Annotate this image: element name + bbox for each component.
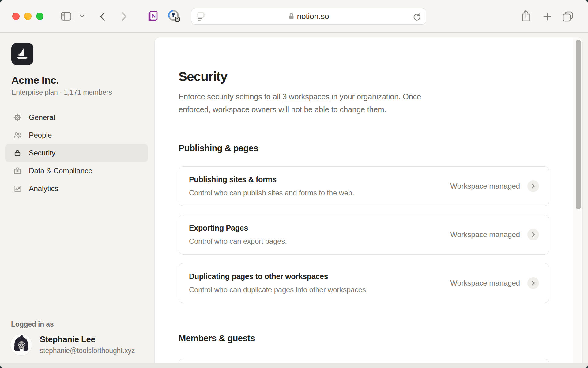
safari-window: N notion.so [0, 0, 588, 368]
notion-extension-button[interactable]: N [147, 10, 159, 23]
svg-text:N: N [152, 13, 156, 19]
settings-sidebar: Acme Inc. Enterprise plan · 1,171 member… [0, 33, 155, 363]
avatar-illustration [10, 334, 32, 355]
sidebar-item-label: Security [29, 149, 55, 157]
setting-card-duplicating-pages[interactable]: Duplicating pages to other workspaces Co… [179, 263, 549, 303]
status-label: Workspace managed [450, 230, 520, 239]
toolbar-divider [76, 11, 76, 22]
logged-in-as-label: Logged in as [11, 320, 54, 328]
url-text: notion.so [297, 12, 329, 21]
open-setting-button[interactable] [527, 277, 539, 289]
sidebar-item-label: Analytics [29, 184, 58, 193]
sidebar-toggle-button[interactable] [60, 10, 72, 22]
scrollbar-track[interactable] [573, 37, 582, 363]
people-icon [13, 131, 22, 140]
card-title: Exporting Pages [189, 224, 450, 232]
reload-button[interactable] [412, 12, 422, 21]
reload-icon [412, 12, 422, 21]
lock-icon [288, 13, 294, 20]
lock-icon [13, 149, 22, 157]
browser-toolbar: N notion.so [0, 0, 588, 33]
open-setting-button[interactable] [527, 180, 539, 192]
sidebar-item-label: People [29, 131, 52, 140]
card-text: Publishing sites & forms Control who can… [189, 175, 450, 197]
url-display: notion.so [191, 8, 426, 24]
forward-button[interactable] [120, 11, 128, 22]
onepassword-extension-icon [168, 10, 180, 23]
card-title: Publishing sites & forms [189, 175, 450, 184]
section-heading-members: Members & guests [179, 333, 549, 344]
chevron-right-icon [531, 280, 535, 286]
user-email: stephanie@toolsforthought.xyz [40, 347, 135, 355]
settings-main-panel: Security Enforce security settings to al… [155, 37, 582, 363]
card-controls: Workspace managed [450, 277, 539, 289]
card-text: Duplicating pages to other workspaces Co… [189, 272, 450, 294]
chevron-right-icon [531, 183, 535, 189]
page-content: Acme Inc. Enterprise plan · 1,171 member… [0, 33, 588, 368]
sidebar-menu-chevron-button[interactable] [78, 13, 86, 19]
new-tab-button[interactable] [543, 12, 552, 21]
card-controls: Workspace managed [450, 229, 539, 240]
setting-card-partial[interactable] [179, 359, 549, 363]
page-settings-button[interactable] [196, 11, 205, 21]
chevron-down-icon [78, 13, 86, 19]
workspaces-link[interactable]: 3 workspaces [282, 92, 330, 101]
description-text: enforced, workspace owners will not be a… [179, 105, 386, 114]
card-description: Control who can duplicate pages into oth… [189, 286, 450, 294]
workspace-name: Acme Inc. [11, 74, 155, 86]
sidebar-item-label: Data & Compliance [29, 167, 92, 175]
traffic-lights [12, 13, 43, 20]
page-description: Enforce security settings to all 3 works… [179, 90, 503, 116]
sidebar-item-general[interactable]: General [5, 109, 148, 126]
sailboat-icon [14, 46, 30, 62]
card-description: Control who can export pages. [189, 237, 450, 246]
tab-overview-button[interactable] [562, 11, 574, 22]
scrollbar-thumb[interactable] [576, 40, 581, 209]
description-text: Enforce security settings to all [179, 92, 282, 101]
share-button[interactable] [520, 9, 532, 23]
minimize-window-button[interactable] [24, 13, 32, 20]
page-title: Security [179, 69, 549, 85]
user-avatar[interactable] [10, 334, 32, 356]
fullscreen-window-button[interactable] [36, 13, 43, 20]
workspace-logo [11, 43, 33, 65]
status-label: Workspace managed [450, 182, 520, 190]
sidebar-nav: General People Security [5, 109, 148, 197]
open-setting-button[interactable] [527, 229, 539, 240]
card-title: Duplicating pages to other workspaces [189, 272, 450, 281]
card-controls: Workspace managed [450, 180, 539, 192]
chevron-right-icon [531, 232, 535, 237]
back-icon [99, 11, 107, 22]
sidebar-item-people[interactable]: People [5, 126, 148, 144]
card-text: Exporting Pages Control who can export p… [189, 224, 450, 246]
setting-card-publishing-sites[interactable]: Publishing sites & forms Control who can… [179, 166, 549, 206]
notion-extension-icon: N [147, 10, 159, 23]
sidebar-toggle-icon [60, 10, 72, 22]
page-settings-icon [196, 11, 205, 21]
security-settings-page: Security Enforce security settings to al… [155, 37, 582, 363]
onepassword-extension-button[interactable] [168, 10, 180, 23]
user-name: Stephanie Lee [40, 335, 95, 344]
plus-icon [543, 12, 552, 21]
sidebar-item-analytics[interactable]: Analytics [5, 180, 148, 197]
description-text: in your organization. Once [330, 92, 421, 101]
sidebar-item-data-compliance[interactable]: Data & Compliance [5, 162, 148, 180]
window-bottom-edge [0, 363, 588, 368]
back-button[interactable] [99, 11, 107, 22]
gear-icon [13, 113, 22, 122]
tab-overview-icon [562, 11, 574, 22]
section-heading-publishing: Publishing & pages [179, 143, 549, 154]
setting-card-exporting-pages[interactable]: Exporting Pages Control who can export p… [179, 215, 549, 255]
sidebar-item-security[interactable]: Security [5, 144, 148, 162]
workspace-meta: Enterprise plan · 1,171 members [11, 88, 155, 97]
address-bar[interactable]: notion.so [191, 8, 426, 25]
trend-chart-icon [13, 184, 22, 193]
status-label: Workspace managed [450, 279, 520, 287]
sidebar-item-label: General [29, 113, 55, 122]
forward-icon [120, 11, 128, 22]
share-icon [520, 9, 532, 23]
close-window-button[interactable] [12, 13, 20, 20]
card-description: Control who can publish sites and forms … [189, 189, 450, 197]
briefcase-icon [13, 167, 22, 175]
